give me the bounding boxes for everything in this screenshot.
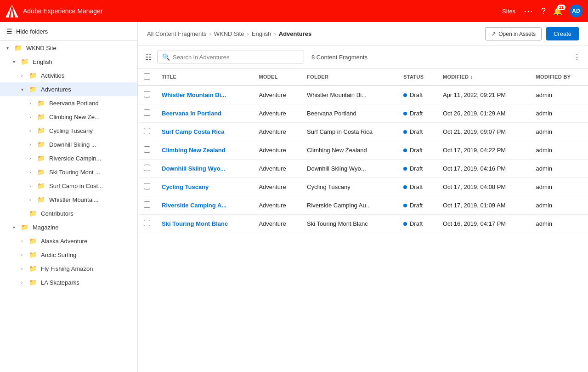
sidebar-item-fly-fishing-amazon[interactable]: ›📁Fly Fishing Amazon — [0, 262, 137, 275]
cell-title[interactable]: Beervana in Portland — [156, 104, 253, 123]
row-checkbox-1[interactable] — [144, 91, 150, 97]
search-input[interactable] — [173, 54, 299, 61]
sidebar-item-beervana-portland[interactable]: ›📁Beervana Portland — [0, 96, 137, 110]
breadcrumb-all-content-fragments[interactable]: All Content Fragments — [147, 30, 206, 37]
folder-icon: 📁 — [37, 99, 45, 107]
sidebar-item-alaska-adventure[interactable]: ›📁Alaska Adventure — [0, 234, 137, 248]
table-row: Surf Camp Costa RicaAdventureSurf Camp i… — [138, 123, 588, 141]
sidebar-item-english[interactable]: ▾📁English — [0, 55, 137, 69]
sidebar-item-contributors[interactable]: 📁Contributors — [0, 206, 137, 220]
sidebar-item-arctic-surfing[interactable]: ›📁Arctic Surfing — [0, 248, 137, 262]
help-icon[interactable]: ? — [541, 6, 546, 16]
status-dot — [403, 130, 407, 134]
row-checkbox-2[interactable] — [144, 109, 150, 116]
sidebar-item-la-skateparks[interactable]: ›📁LA Skateparks — [0, 275, 137, 289]
col-status-header: STATUS — [398, 69, 437, 86]
cell-status: Draft — [398, 86, 437, 104]
columns-icon[interactable]: ⋮ — [573, 53, 581, 62]
cell-modified-by: admin — [531, 141, 588, 160]
cell-status: Draft — [398, 196, 437, 215]
breadcrumb: All Content Fragments › WKND Site › Engl… — [147, 30, 311, 37]
row-checkbox-6[interactable] — [144, 183, 150, 189]
table-body: Whistler Mountain Bi...AdventureWhistler… — [138, 86, 588, 233]
col-model-header: MODEL — [253, 69, 301, 86]
sidebar-item-label: Ski Touring Mont ... — [49, 169, 100, 176]
notification-badge: 21 — [557, 5, 565, 10]
folder-icon: 📁 — [29, 251, 37, 258]
breadcrumb-english[interactable]: English — [252, 30, 271, 37]
topbar-icons: ⋯ ? 🔔 21 AD — [524, 5, 582, 17]
status-dot — [403, 167, 407, 171]
avatar[interactable]: AD — [570, 5, 582, 17]
row-checkbox-5[interactable] — [144, 165, 150, 171]
open-in-assets-button[interactable]: ↗ Open in Assets — [485, 27, 542, 40]
sidebar-item-surf-camp-costa[interactable]: ›📁Surf Camp in Cost... — [0, 179, 137, 193]
cell-model: Adventure — [253, 86, 301, 104]
sidebar-item-cycling-tuscany[interactable]: ›📁Cycling Tuscany — [0, 124, 137, 137]
cell-modified: Oct 21, 2019, 09:07 PM — [437, 123, 531, 141]
cell-title[interactable]: Riverside Camping A... — [156, 196, 253, 215]
sidebar-item-label: Cycling Tuscany — [49, 127, 93, 134]
sidebar-item-label: Downhill Skiing ... — [49, 141, 96, 148]
grid-icon[interactable]: ⋯ — [524, 6, 534, 17]
sidebar-item-magazine[interactable]: ▾📁Magazine — [0, 220, 137, 234]
row-checkbox-7[interactable] — [144, 201, 150, 208]
folder-icon: 📁 — [37, 155, 45, 162]
cell-status: Draft — [398, 141, 437, 160]
col-modified-by-header: MODIFIED BY — [531, 69, 588, 86]
cell-title[interactable]: Cycling Tuscany — [156, 178, 253, 196]
toolbar: ☷ 🔍 8 Content Fragments ⋮ — [138, 46, 588, 69]
cell-model: Adventure — [253, 178, 301, 196]
breadcrumb-sep-3: › — [274, 30, 276, 37]
app-title: Adobe Experience Manager — [23, 7, 498, 15]
sidebar-item-riverside-camping[interactable]: ›📁Riverside Campin... — [0, 151, 137, 165]
status-dot — [403, 149, 407, 152]
row-checkbox-8[interactable] — [144, 220, 150, 226]
sidebar-item-label: English — [33, 58, 52, 65]
sidebar-item-label: Arctic Surfing — [41, 252, 76, 258]
chevron-icon: › — [29, 142, 35, 147]
chevron-icon: › — [29, 170, 35, 175]
sidebar-item-downhill-skiing[interactable]: ›📁Downhill Skiing ... — [0, 137, 137, 151]
sidebar-item-label: Riverside Campin... — [49, 155, 101, 162]
cell-title[interactable]: Surf Camp Costa Rica — [156, 123, 253, 141]
cell-modified-by: admin — [531, 86, 588, 104]
sidebar-item-climbing-new-ze[interactable]: ›📁Climbing New Ze... — [0, 110, 137, 124]
cell-modified: Oct 17, 2019, 04:22 PM — [437, 141, 531, 160]
sidebar-item-label: Fly Fishing Amazon — [41, 265, 93, 272]
cell-modified-by: admin — [531, 123, 588, 141]
sidebar-item-wknd-site[interactable]: ▾📁WKND Site — [0, 41, 137, 55]
sidebar-item-adventures[interactable]: ▾📁Adventures — [0, 82, 137, 96]
adobe-logo-icon — [6, 5, 18, 17]
cell-modified: Oct 16, 2019, 04:17 PM — [437, 215, 531, 233]
chevron-icon: › — [29, 197, 35, 202]
cell-modified-by: admin — [531, 160, 588, 178]
folder-icon: 📁 — [21, 223, 28, 231]
cell-title[interactable]: Ski Touring Mont Blanc — [156, 215, 253, 233]
breadcrumb-wknd-site[interactable]: WKND Site — [214, 30, 244, 37]
row-checkbox-3[interactable] — [144, 128, 150, 134]
status-dot — [403, 204, 407, 207]
topbar: Adobe Experience Manager Sites ⋯ ? 🔔 21 … — [0, 0, 588, 22]
filter-icon[interactable]: ☷ — [145, 53, 152, 62]
create-button[interactable]: Create — [546, 27, 579, 40]
select-all-checkbox[interactable] — [144, 73, 150, 80]
sidebar-item-activities[interactable]: ›📁Activities — [0, 69, 137, 82]
notifications-icon[interactable]: 🔔 21 — [553, 7, 562, 16]
cell-title[interactable]: Climbing New Zealand — [156, 141, 253, 160]
col-modified-header[interactable]: MODIFIED ↓ — [437, 69, 531, 86]
breadcrumb-sep-1: › — [209, 30, 211, 37]
row-checkbox-4[interactable] — [144, 146, 150, 153]
folder-icon: 📁 — [29, 72, 37, 79]
cell-title[interactable]: Whistler Mountain Bi... — [156, 86, 253, 104]
cell-model: Adventure — [253, 196, 301, 215]
cell-folder: Whistler Mountain Bi... — [301, 86, 398, 104]
folder-icon: 📁 — [37, 182, 45, 189]
sidebar-item-label: Surf Camp in Cost... — [49, 183, 103, 189]
sidebar-item-label: Contributors — [41, 210, 74, 217]
sidebar-item-whistler-mountain[interactable]: ›📁Whistler Mountai... — [0, 193, 137, 206]
table-header-row: TITLE MODEL FOLDER STATUS MODIFIED ↓ MOD… — [138, 69, 588, 86]
hide-folders-button[interactable]: ☰ Hide folders — [0, 22, 137, 41]
cell-title[interactable]: Downhill Skiing Wyo... — [156, 160, 253, 178]
sidebar-item-ski-touring-mont[interactable]: ›📁Ski Touring Mont ... — [0, 165, 137, 179]
